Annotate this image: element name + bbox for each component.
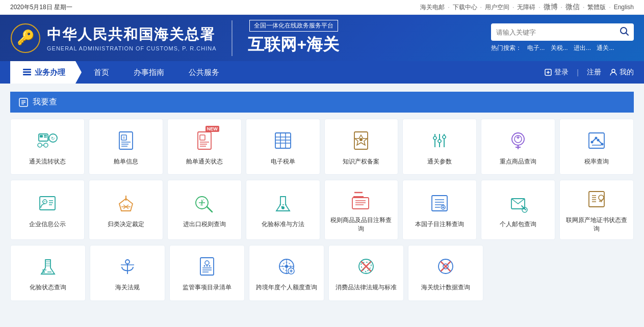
item-tax-rate[interactable]: 税率查询 — [559, 119, 634, 175]
register-button[interactable]: 注册 — [587, 68, 601, 77]
cross-border-quota-icon — [274, 254, 299, 279]
search-box — [491, 23, 634, 41]
local-notes-icon — [427, 190, 452, 216]
header-divider — [231, 20, 233, 56]
svg-line-3 — [626, 33, 628, 35]
supervision-list-icon — [194, 254, 220, 279]
grid-row-2: 企业信息公示 归类决定裁定 — [10, 180, 634, 240]
item-tariff-goods[interactable]: 税则商品及品目注释查询 — [324, 180, 399, 240]
origin-cert-label: 联网原产地证书状态查询 — [564, 216, 629, 233]
login-button[interactable]: 登录 — [544, 68, 569, 77]
svg-rect-25 — [119, 132, 133, 149]
tax-rate-label: 税率查询 — [584, 157, 609, 166]
link-email[interactable]: 海关电邮 — [420, 3, 445, 12]
flow-status-label: 通关流转状态 — [29, 157, 66, 166]
item-origin-cert[interactable]: 联网原产地证书状态查询 — [559, 180, 634, 240]
consumer-law-icon — [353, 254, 379, 279]
nav-item-guide[interactable]: 办事指南 — [121, 61, 176, 84]
logo-area: 🔑 中华人民共和国海关总署 GENERAL ADMINISTRATION OF … — [10, 23, 216, 53]
weibo-icon[interactable]: 微博 — [544, 3, 558, 12]
link-traditional[interactable]: 繁體版 — [587, 3, 606, 12]
tariff-query-label: 进出口税则查询 — [183, 220, 226, 229]
svg-text:🔑: 🔑 — [17, 29, 35, 46]
item-local-notes[interactable]: 本国子目注释查询 — [402, 180, 477, 240]
classification-icon — [113, 190, 139, 216]
item-manifest-info[interactable]: ≡ 舱单信息 — [89, 119, 163, 175]
ip-record-icon — [348, 128, 374, 153]
search-button[interactable] — [620, 26, 629, 38]
dot7: · — [609, 4, 610, 11]
hot-item-4[interactable]: 通关... — [597, 44, 614, 51]
item-e-tax[interactable]: 电子税单 — [246, 119, 320, 175]
item-company-info[interactable]: 企业信息公示 — [10, 180, 85, 240]
nav-label-services: 公共服务 — [189, 68, 219, 77]
e-tax-label: 电子税单 — [271, 157, 295, 166]
nav-item-business[interactable]: 业务办理 — [10, 61, 82, 84]
wechat-icon[interactable]: 微信 — [565, 3, 580, 12]
hot-item-1[interactable]: 电子... — [527, 44, 545, 51]
item-test-status[interactable]: 化验状态查询 — [10, 245, 86, 301]
cn-title: 中华人民共和国海关总署 — [47, 25, 216, 44]
item-cross-border-quota[interactable]: 跨境年度个人额度查询 — [249, 245, 324, 301]
manifest-customs-label: 舱单通关状态 — [186, 157, 223, 166]
company-info-icon — [35, 190, 60, 216]
hot-item-2[interactable]: 关税... — [551, 44, 568, 51]
tariff-goods-icon — [348, 186, 374, 212]
manifest-info-icon: ≡ — [113, 128, 139, 153]
customs-stats-label: 海关统计数据查询 — [421, 283, 470, 292]
link-english[interactable]: English — [614, 4, 634, 11]
link-user-space[interactable]: 用户空间 — [485, 3, 509, 12]
navigation: 业务办理 首页 办事指南 公共服务 登录 | 注册 我的 — [0, 61, 644, 84]
svg-point-129 — [204, 265, 205, 267]
item-tariff-query[interactable]: 进出口税则查询 — [167, 180, 242, 240]
link-download[interactable]: 下载中心 — [453, 3, 477, 12]
svg-rect-18 — [44, 137, 47, 138]
svg-line-82 — [207, 207, 212, 212]
item-key-goods[interactable]: 重点商品查询 — [481, 119, 555, 175]
item-personal-mail[interactable]: 个人邮包查询 — [481, 180, 555, 240]
svg-rect-107 — [589, 192, 604, 207]
hot-item-3[interactable]: 进出... — [574, 44, 591, 51]
dot3: · — [512, 4, 514, 11]
tax-rate-icon — [584, 128, 609, 153]
item-customs-params[interactable]: 通关参数 — [402, 119, 477, 175]
svg-point-73 — [42, 201, 43, 202]
item-classification[interactable]: 归类决定裁定 — [89, 180, 163, 240]
item-customs-law[interactable]: 海关法规 — [90, 245, 165, 301]
link-accessibility[interactable]: 无障碍 — [517, 3, 535, 12]
svg-rect-16 — [40, 135, 43, 138]
nav-label-business: 业务办理 — [35, 68, 65, 77]
svg-rect-32 — [200, 135, 205, 140]
svg-point-89 — [281, 206, 282, 208]
portal-sub-title: 全国一体化在线政务服务平台 — [249, 20, 338, 32]
manifest-customs-icon: NEW — [192, 128, 217, 153]
item-ip-record[interactable]: 知识产权备案 — [324, 119, 399, 175]
svg-point-10 — [612, 69, 615, 72]
dot2: · — [480, 4, 482, 11]
item-test-standard[interactable]: 化验标准与方法 — [246, 180, 320, 240]
svg-rect-6 — [23, 74, 31, 75]
nav-right: 登录 | 注册 我的 — [544, 68, 634, 77]
item-manifest-customs[interactable]: NEW 舱单通关状态 — [167, 119, 242, 175]
supervision-list-label: 监管事项目录清单 — [183, 283, 231, 292]
item-flow-status[interactable]: ↻ 通关流转状态 — [10, 119, 85, 175]
search-input[interactable] — [496, 29, 616, 36]
svg-point-63 — [595, 137, 598, 139]
portal-area: 全国一体化在线政务服务平台 互联网+海关 — [248, 20, 339, 56]
local-notes-label: 本国子目注释查询 — [415, 220, 464, 229]
test-status-label: 化验状态查询 — [30, 283, 66, 292]
nav-item-home[interactable]: 首页 — [82, 61, 121, 84]
svg-point-74 — [44, 201, 45, 202]
svg-point-22 — [38, 143, 42, 147]
consumer-law-label: 消费品法律法规与标准 — [336, 283, 397, 292]
svg-rect-68 — [40, 197, 55, 210]
svg-rect-60 — [589, 133, 604, 148]
test-standard-label: 化验标准与方法 — [262, 220, 304, 229]
item-customs-stats[interactable]: 海关统计数据查询 — [408, 245, 483, 301]
svg-rect-31 — [198, 132, 211, 149]
my-button[interactable]: 我的 — [609, 68, 634, 77]
item-supervision-list[interactable]: 监管事项目录清单 — [169, 245, 245, 301]
nav-item-services[interactable]: 公共服务 — [176, 61, 231, 84]
svg-point-53 — [443, 135, 446, 139]
item-consumer-law[interactable]: 消费品法律法规与标准 — [328, 245, 404, 301]
